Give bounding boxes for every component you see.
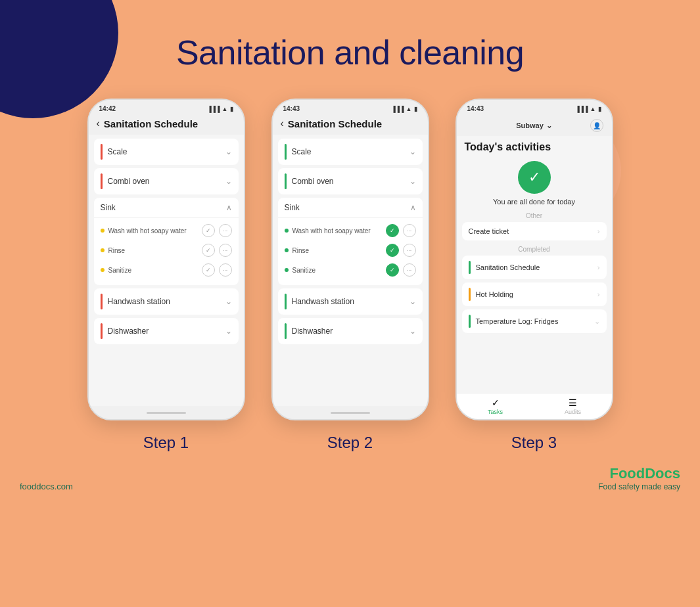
sub-task-label: Wash with hot soapy water bbox=[108, 227, 198, 235]
item-header-dishwasher-1[interactable]: Dishwasher ⌄ bbox=[94, 318, 239, 344]
schedule-list-2: Scale ⌄ Combi oven ⌄ Sink bbox=[273, 135, 428, 348]
more-button[interactable]: ··· bbox=[219, 263, 232, 277]
nav-audits[interactable]: ☰ Audits bbox=[534, 396, 612, 416]
list-item: Combi oven ⌄ bbox=[278, 168, 423, 194]
item-header-sink-1[interactable]: Sink ∧ bbox=[94, 198, 239, 217]
status-bar-2: 14:43 ▐▐▐ ▲ ▮ bbox=[273, 100, 428, 115]
more-button[interactable]: ··· bbox=[403, 224, 416, 237]
item-label: Sink bbox=[285, 203, 410, 212]
signal-icon: ▐▐▐ bbox=[207, 106, 220, 112]
chevron-icon: ∧ bbox=[226, 203, 232, 212]
website-link[interactable]: fooddocs.com bbox=[20, 482, 73, 491]
chevron-icon: › bbox=[597, 290, 600, 298]
audits-icon: ☰ bbox=[569, 397, 577, 408]
other-section-label: Other bbox=[462, 212, 607, 219]
brand-tagline: Food safety made easy bbox=[598, 482, 680, 491]
sub-task-label: Sanitize bbox=[292, 267, 382, 274]
step-label-1: Step 1 bbox=[143, 434, 189, 452]
item-label: Combi oven bbox=[292, 177, 409, 186]
phone3: 14:43 ▐▐▐ ▲ ▮ Subway ⌄ 👤 Today's activit… bbox=[455, 99, 613, 420]
item-label: Handwash station bbox=[108, 297, 225, 306]
item-label: Scale bbox=[108, 147, 225, 156]
chevron-icon: ⌄ bbox=[225, 177, 232, 186]
status-icons-3: ▐▐▐ ▲ ▮ bbox=[575, 106, 601, 112]
check-button[interactable]: ✓ bbox=[202, 263, 215, 277]
phone1-content: Scale ⌄ Combi oven ⌄ bbox=[89, 135, 244, 406]
done-section: ✓ You are all done for today bbox=[462, 161, 607, 206]
more-button[interactable]: ··· bbox=[403, 263, 416, 277]
item-indicator bbox=[101, 144, 103, 160]
more-button[interactable]: ··· bbox=[219, 244, 232, 257]
check-button[interactable]: ✓ bbox=[202, 224, 215, 237]
wifi-icon: ▲ bbox=[406, 106, 412, 112]
sub-task-label: Wash with hot soapy water bbox=[292, 227, 382, 235]
signal-icon: ▐▐▐ bbox=[391, 106, 404, 112]
location-selector[interactable]: Subway ⌄ bbox=[516, 122, 552, 130]
more-button[interactable]: ··· bbox=[403, 244, 416, 257]
chevron-icon: › bbox=[597, 227, 600, 235]
list-item[interactable]: Sanitation Schedule › bbox=[462, 256, 607, 279]
chevron-icon: ⌄ bbox=[594, 317, 600, 326]
nav-tasks-label: Tasks bbox=[488, 409, 503, 415]
list-item: Scale ⌄ bbox=[94, 139, 239, 165]
list-item[interactable]: Hot Holding › bbox=[462, 282, 607, 306]
wifi-icon: ▲ bbox=[590, 106, 596, 112]
battery-icon: ▮ bbox=[414, 106, 417, 112]
activity-indicator bbox=[469, 288, 471, 301]
bottom-nav: ✓ Tasks ☰ Audits bbox=[457, 393, 612, 419]
user-profile-icon[interactable]: 👤 bbox=[590, 119, 603, 132]
phones-container: 14:42 ▐▐▐ ▲ ▮ ‹ Sanitation Schedule bbox=[0, 92, 700, 459]
list-item[interactable]: Temperature Log: Fridges ⌄ bbox=[462, 309, 607, 333]
check-button[interactable]: ✓ bbox=[386, 263, 399, 277]
chevron-icon: › bbox=[597, 263, 600, 271]
phone1: 14:42 ▐▐▐ ▲ ▮ ‹ Sanitation Schedule bbox=[87, 99, 245, 420]
item-header-handwash-1[interactable]: Handwash station ⌄ bbox=[94, 288, 239, 315]
home-bar-2 bbox=[273, 406, 428, 419]
phone1-wrapper: 14:42 ▐▐▐ ▲ ▮ ‹ Sanitation Schedule bbox=[87, 99, 245, 452]
item-indicator bbox=[101, 294, 103, 309]
activity-name: Create ticket bbox=[469, 227, 597, 235]
item-indicator bbox=[101, 323, 103, 339]
sub-task: Wash with hot soapy water ✓ ··· bbox=[101, 221, 232, 240]
activity-name: Temperature Log: Fridges bbox=[476, 317, 594, 325]
back-button-2[interactable]: ‹ bbox=[281, 118, 284, 129]
item-header-scale-2[interactable]: Scale ⌄ bbox=[278, 139, 423, 165]
today-header: Subway ⌄ 👤 bbox=[457, 115, 612, 136]
back-button-1[interactable]: ‹ bbox=[97, 118, 100, 129]
app-header-2: ‹ Sanitation Schedule bbox=[273, 115, 428, 135]
list-item[interactable]: Create ticket › bbox=[462, 222, 607, 240]
phone2-content: Scale ⌄ Combi oven ⌄ Sink bbox=[273, 135, 428, 406]
item-header-combi-1[interactable]: Combi oven ⌄ bbox=[94, 168, 239, 194]
item-label: Sink bbox=[101, 203, 226, 212]
phone2-wrapper: 14:43 ▐▐▐ ▲ ▮ ‹ Sanitation Schedule Scal… bbox=[271, 99, 429, 452]
list-item: Handwash station ⌄ bbox=[94, 288, 239, 315]
chevron-icon: ⌄ bbox=[409, 326, 416, 336]
item-header-dishwasher-2[interactable]: Dishwasher ⌄ bbox=[278, 318, 423, 344]
more-button[interactable]: ··· bbox=[219, 224, 232, 237]
activity-indicator bbox=[469, 315, 471, 328]
done-message: You are all done for today bbox=[493, 198, 575, 206]
item-header-combi-2[interactable]: Combi oven ⌄ bbox=[278, 168, 423, 194]
item-header-sink-2[interactable]: Sink ∧ bbox=[278, 198, 423, 217]
sub-task-label: Sanitize bbox=[108, 267, 198, 274]
home-indicator bbox=[147, 412, 186, 414]
completed-section-label: Completed bbox=[462, 246, 607, 253]
item-header-scale-1[interactable]: Scale ⌄ bbox=[94, 139, 239, 165]
status-icons-1: ▐▐▐ ▲ ▮ bbox=[207, 106, 233, 112]
dot-icon bbox=[101, 229, 105, 233]
check-button[interactable]: ✓ bbox=[386, 224, 399, 237]
dot-icon bbox=[101, 268, 105, 272]
nav-tasks[interactable]: ✓ Tasks bbox=[457, 396, 534, 416]
time-2: 14:43 bbox=[283, 105, 300, 112]
item-indicator bbox=[285, 323, 287, 339]
check-button[interactable]: ✓ bbox=[386, 244, 399, 257]
status-bar-3: 14:43 ▐▐▐ ▲ ▮ bbox=[457, 100, 612, 115]
item-header-handwash-2[interactable]: Handwash station ⌄ bbox=[278, 288, 423, 315]
screen-title-1: Sanitation Schedule bbox=[104, 118, 198, 129]
home-indicator bbox=[331, 412, 370, 414]
brand-name: FoodDocs bbox=[598, 465, 680, 482]
sub-task-label: Rinse bbox=[292, 247, 382, 254]
time-3: 14:43 bbox=[467, 105, 484, 112]
check-button[interactable]: ✓ bbox=[202, 244, 215, 257]
today-title: Today's activities bbox=[462, 141, 607, 153]
